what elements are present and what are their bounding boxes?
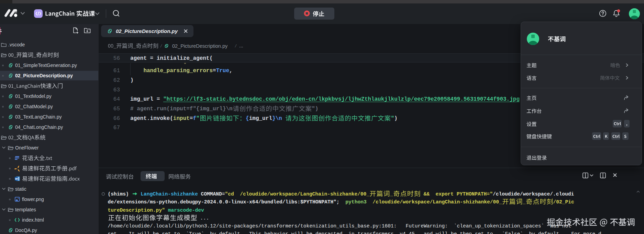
svg-text:W: W (15, 177, 18, 180)
